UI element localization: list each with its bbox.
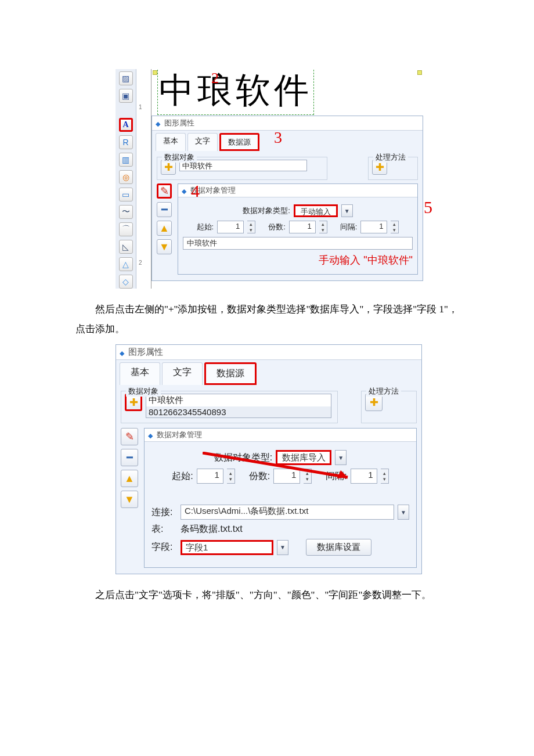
side-buttons: ✎ ━ ▲ ▼: [157, 183, 172, 275]
sub-panel-icon: [182, 186, 188, 195]
move-up-button[interactable]: ▲: [157, 221, 172, 236]
count-input-2[interactable]: 1: [273, 469, 300, 484]
group-method-2: 处理方法 ✚: [361, 391, 417, 423]
object-type-dropdown-icon-2[interactable]: ▼: [335, 450, 347, 465]
screenshot-1: ▨ ▣ 1 1 中琅软件 2 A R ▥ ◎ ▭ 〜 ⌒ ◺ △ ◇ 2: [115, 69, 424, 289]
start-input[interactable]: 1: [217, 221, 244, 233]
start-spinner[interactable]: ▴▾: [247, 221, 255, 233]
tool-polyline-icon[interactable]: ◺: [119, 240, 133, 254]
count-input[interactable]: 1: [289, 221, 316, 233]
design-canvas[interactable]: 1 中琅软件 2: [151, 69, 423, 116]
interval-input[interactable]: 1: [360, 221, 387, 233]
annotation-4: 4: [191, 181, 200, 201]
group-data-object-2: 数据对象 ✚ 中琅软件 8012662345540893: [121, 391, 338, 423]
move-down-button[interactable]: ▼: [157, 239, 172, 254]
label-start-2: 起始:: [172, 470, 193, 483]
properties-tabs-2: 基本 文字 数据源: [120, 362, 418, 385]
canvas-text-value: 中琅软件: [159, 71, 312, 110]
paragraph-1: 然后点击左侧的"+"添加按钮，数据对象类型选择"数据库导入"，字段选择"字段 1…: [75, 300, 459, 339]
tool-palette-lower: A R ▥ ◎ ▭ 〜 ⌒ ◺ △ ◇: [116, 116, 136, 289]
annotation-5: 5: [424, 197, 432, 217]
label-interval-2: 间隔:: [326, 470, 347, 483]
label-interval: 间隔:: [340, 222, 358, 232]
object-type-dropdown-icon[interactable]: ▼: [341, 204, 353, 217]
move-up-button-2[interactable]: ▲: [121, 470, 138, 487]
label-object-type: 数据对象类型:: [243, 206, 290, 216]
interval-spinner[interactable]: ▴▾: [391, 221, 399, 233]
remove-button[interactable]: ━: [157, 202, 172, 217]
panel-title-text: 图形属性: [164, 118, 194, 128]
panel-icon: [156, 119, 162, 128]
annotation-2: 2: [211, 70, 222, 87]
label-field: 字段:: [151, 541, 177, 553]
preview-input[interactable]: 中琅软件: [183, 237, 413, 250]
edit-data-object-button[interactable]: ✎: [157, 183, 172, 199]
tab-datasource[interactable]: 数据源: [219, 133, 259, 151]
sub-panel-icon-2: [148, 431, 154, 440]
tool-select-icon[interactable]: ▨: [119, 71, 133, 85]
connection-select[interactable]: C:\Users\Admi...\条码数据.txt.txt: [181, 505, 394, 520]
side-buttons-2: ✎ ━ ▲ ▼: [121, 428, 138, 568]
panel-title-text-2: 图形属性: [128, 347, 163, 358]
tool-text-icon[interactable]: A: [119, 118, 133, 132]
tool-richtext-icon[interactable]: R: [119, 135, 133, 149]
tool-arc-icon[interactable]: ⌒: [119, 222, 133, 236]
tab-basic[interactable]: 基本: [156, 133, 186, 151]
annotation-red-note: 手动输入 "中琅软件": [319, 253, 413, 267]
label-table: 表:: [151, 523, 177, 535]
connection-dropdown-icon[interactable]: ▼: [398, 505, 409, 520]
count-spinner[interactable]: ▴▾: [319, 221, 327, 233]
sub-panel-title-2: 数据对象管理: [145, 429, 416, 442]
properties-panel: 图形属性 基本 文字 数据源 3 数据对象 ✚: [151, 116, 423, 281]
tool-barcode-icon[interactable]: ▥: [119, 153, 133, 167]
start-input-2[interactable]: 1: [197, 469, 223, 484]
tab-text[interactable]: 文字: [187, 133, 218, 151]
label-connection: 连接:: [151, 506, 177, 519]
group-data-object: 数据对象 ✚ 中琅软件: [157, 157, 327, 180]
tool-curve-icon[interactable]: 〜: [119, 205, 133, 219]
move-down-button-2[interactable]: ▼: [121, 491, 138, 508]
interval-input-2[interactable]: 1: [351, 469, 377, 484]
data-object-list-2[interactable]: 中琅软件 8012662345540893: [146, 394, 331, 418]
panel-titlebar: 图形属性: [152, 116, 423, 131]
label-start: 起始:: [197, 222, 214, 232]
panel-titlebar-2: 图形属性: [116, 345, 421, 360]
data-object-item-0-2: 中琅软件: [146, 394, 331, 406]
group-method-label: 处理方法: [373, 152, 408, 163]
group-data-object-label-2: 数据对象: [126, 386, 161, 397]
screenshot-2: 图形属性 基本 文字 数据源 数据对象 ✚ 中琅软件 8012662345540…: [115, 344, 423, 575]
object-type-select-2[interactable]: 数据库导入: [276, 450, 331, 465]
properties-panel-2: 图形属性 基本 文字 数据源 数据对象 ✚ 中琅软件 8012662345540…: [116, 344, 422, 574]
start-spinner-2[interactable]: ▴▾: [227, 469, 235, 484]
tool-diamond-icon[interactable]: ◇: [119, 275, 133, 289]
db-settings-button[interactable]: 数据库设置: [306, 539, 371, 556]
tool-triangle-icon[interactable]: △: [119, 257, 133, 271]
tool-palette: ▨ ▣: [116, 69, 136, 116]
field-dropdown-icon[interactable]: ▼: [277, 540, 288, 555]
tab-basic-2[interactable]: 基本: [120, 362, 160, 385]
interval-spinner-2[interactable]: ▴▾: [381, 469, 389, 484]
tab-text-2[interactable]: 文字: [162, 362, 203, 385]
remove-button-2[interactable]: ━: [121, 449, 138, 466]
tool-rect-icon[interactable]: ▭: [119, 188, 133, 201]
group-method-label-2: 处理方法: [366, 386, 401, 397]
table-value: 条码数据.txt.txt: [181, 523, 243, 535]
vertical-ruler-2: 2: [136, 116, 151, 289]
data-object-item-0: 中琅软件: [182, 161, 212, 170]
vertical-ruler: 1: [136, 69, 151, 116]
canvas-text-object[interactable]: 中琅软件 2: [157, 69, 314, 115]
annotation-3: 3: [274, 128, 282, 147]
tool-circle-a-icon[interactable]: ◎: [119, 170, 133, 184]
tool-image-icon[interactable]: ▣: [119, 89, 133, 103]
field-select[interactable]: 字段1: [181, 540, 273, 555]
edit-data-object-button-2[interactable]: ✎: [121, 428, 138, 445]
sub-panel-title-text-2: 数据对象管理: [157, 430, 202, 440]
group-data-object-label: 数据对象: [162, 152, 197, 163]
annotation-1: 1: [151, 95, 153, 116]
tab-datasource-2[interactable]: 数据源: [204, 362, 257, 385]
data-object-item-1-2: 8012662345540893: [146, 406, 331, 417]
data-object-list[interactable]: 中琅软件: [179, 160, 307, 171]
properties-tabs: 基本 文字 数据源: [156, 133, 419, 151]
count-spinner-2[interactable]: ▴▾: [304, 469, 312, 484]
object-type-select[interactable]: 手动输入: [294, 204, 338, 217]
